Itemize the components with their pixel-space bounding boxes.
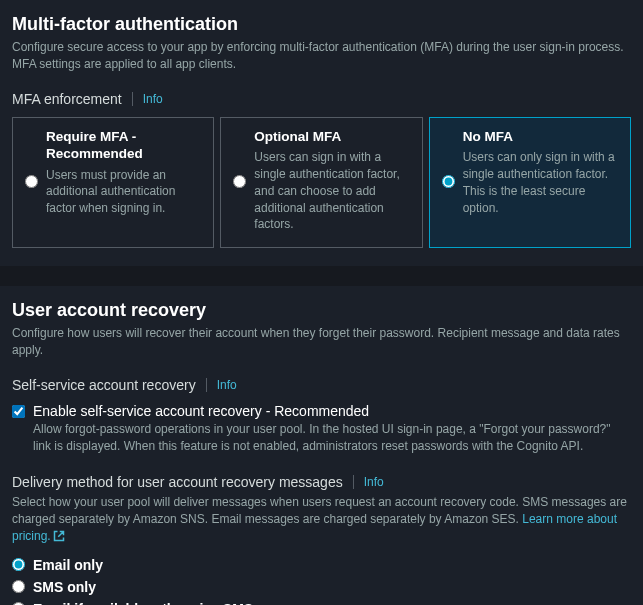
- mfa-radio-require[interactable]: [25, 130, 38, 234]
- recovery-heading: User account recovery: [12, 300, 631, 321]
- self-service-info-link[interactable]: Info: [217, 378, 237, 392]
- radio-label: SMS only: [33, 579, 96, 595]
- delivery-radio-list: Email only SMS only Email if available, …: [12, 557, 631, 605]
- self-service-checkbox[interactable]: [12, 405, 25, 418]
- delivery-block: Delivery method for user account recover…: [12, 474, 631, 605]
- mfa-tile-none[interactable]: No MFA Users can only sign in with a sin…: [429, 117, 631, 249]
- radio-label: Email if available, otherwise SMS: [33, 601, 253, 605]
- external-link-icon: [53, 530, 65, 547]
- tile-title: Require MFA - Recommended: [46, 128, 201, 163]
- tile-desc: Users can sign in with a single authenti…: [254, 149, 409, 233]
- tile-desc: Users must provide an additional authent…: [46, 167, 201, 217]
- checkbox-desc: Allow forgot-password operations in your…: [33, 421, 631, 455]
- delivery-option-sms-only[interactable]: SMS only: [12, 579, 631, 595]
- recovery-subtitle: Configure how users will recover their a…: [12, 325, 631, 359]
- tile-title: Optional MFA: [254, 128, 409, 146]
- delivery-option-email-only[interactable]: Email only: [12, 557, 631, 573]
- divider: [353, 475, 354, 489]
- mfa-radio-optional[interactable]: [233, 130, 246, 234]
- divider: [206, 378, 207, 392]
- mfa-info-link[interactable]: Info: [143, 92, 163, 106]
- mfa-panel: Multi-factor authentication Configure se…: [0, 0, 643, 266]
- radio-label: Email only: [33, 557, 103, 573]
- recovery-panel: User account recovery Configure how user…: [0, 286, 643, 605]
- divider: [132, 92, 133, 106]
- mfa-radio-none[interactable]: [442, 130, 455, 234]
- self-service-checkbox-row: Enable self-service account recovery - R…: [12, 403, 631, 455]
- tile-desc: Users can only sign in with a single aut…: [463, 149, 618, 216]
- self-service-label: Self-service account recovery: [12, 377, 196, 393]
- mfa-tile-optional[interactable]: Optional MFA Users can sign in with a si…: [220, 117, 422, 249]
- delivery-desc: Select how your user pool will deliver m…: [12, 494, 631, 546]
- delivery-info-link[interactable]: Info: [364, 475, 384, 489]
- mfa-enforcement-label: MFA enforcement: [12, 91, 122, 107]
- checkbox-title: Enable self-service account recovery - R…: [33, 403, 631, 419]
- delivery-label: Delivery method for user account recover…: [12, 474, 343, 490]
- mfa-heading: Multi-factor authentication: [12, 14, 631, 35]
- mfa-tile-require[interactable]: Require MFA - Recommended Users must pro…: [12, 117, 214, 249]
- delivery-option-email-else-sms[interactable]: Email if available, otherwise SMS: [12, 601, 631, 605]
- self-service-header: Self-service account recovery Info: [12, 377, 631, 393]
- mfa-subtitle: Configure secure access to your app by e…: [12, 39, 631, 73]
- mfa-enforcement-header: MFA enforcement Info: [12, 91, 631, 107]
- mfa-tile-row: Require MFA - Recommended Users must pro…: [12, 117, 631, 249]
- delivery-radio[interactable]: [12, 580, 25, 593]
- tile-title: No MFA: [463, 128, 618, 146]
- delivery-radio[interactable]: [12, 558, 25, 571]
